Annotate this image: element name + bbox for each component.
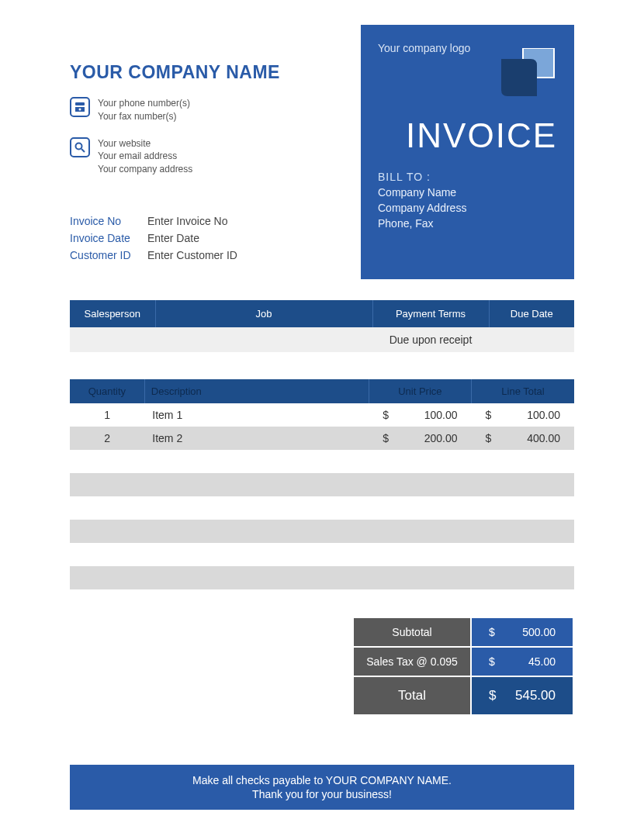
subtotal-label: Subtotal [354, 618, 470, 646]
totals-block: Subtotal $500.00 Sales Tax @ 0.095 $45.0… [352, 617, 574, 716]
svg-point-2 [76, 143, 82, 149]
invoice-date-label: Invoice Date [70, 232, 147, 244]
svg-line-3 [81, 149, 85, 152]
item-row-empty [70, 543, 574, 566]
item-row-empty [70, 566, 574, 589]
subtotal-value: $500.00 [472, 618, 573, 646]
order-table: Salesperson Job Payment Terms Due Date D… [70, 300, 574, 352]
order-due [489, 327, 574, 352]
items-header-price: Unit Price [369, 379, 471, 403]
item-total: $100.00 [472, 403, 574, 427]
footer: Make all checks payable to YOUR COMPANY … [70, 765, 574, 810]
invoice-title: INVOICE [378, 116, 557, 155]
item-price: $200.00 [369, 427, 471, 450]
logo-box: Your company logo INVOICE BILL TO : Comp… [361, 25, 574, 279]
order-header-salesperson: Salesperson [70, 300, 155, 327]
footer-line2: Thank you for your business! [78, 788, 566, 800]
invoice-page: Your company logo INVOICE BILL TO : Comp… [0, 0, 644, 833]
item-desc: Item 1 [144, 403, 369, 427]
items-header-qty: Quantity [70, 379, 144, 403]
item-row-empty [70, 520, 574, 543]
item-row-empty [70, 496, 574, 520]
bill-to-label: BILL TO : [378, 171, 557, 183]
item-desc: Item 2 [144, 427, 369, 450]
invoice-date-value: Enter Date [147, 232, 199, 244]
order-header-terms: Payment Terms [372, 300, 489, 327]
tax-value: $45.00 [472, 648, 573, 676]
order-header-due: Due Date [489, 300, 574, 327]
item-total: $400.00 [472, 427, 574, 450]
company-logo-icon [495, 48, 557, 102]
items-header-desc: Description [144, 379, 369, 403]
bill-to-company: Company Name [378, 186, 557, 199]
total-value: $545.00 [472, 677, 573, 714]
item-row: 2Item 2$200.00$400.00 [70, 427, 574, 450]
item-row-empty [70, 450, 574, 473]
item-qty: 1 [70, 403, 144, 427]
tax-label: Sales Tax @ 0.095 [354, 648, 470, 676]
item-row: 1Item 1$100.00$100.00 [70, 403, 574, 427]
items-header-total: Line Total [472, 379, 574, 403]
svg-point-1 [79, 109, 81, 111]
footer-line1: Make all checks payable to YOUR COMPANY … [78, 774, 566, 786]
item-qty: 2 [70, 427, 144, 450]
order-job [155, 327, 372, 352]
order-salesperson [70, 327, 155, 352]
items-table: Quantity Description Unit Price Line Tot… [70, 379, 574, 589]
invoice-no-label: Invoice No [70, 215, 147, 227]
address-label: Your company address [98, 163, 192, 176]
bill-to-phone: Phone, Fax [378, 217, 557, 230]
search-icon [70, 137, 90, 157]
order-terms: Due upon receipt [372, 327, 489, 352]
order-header-job: Job [155, 300, 372, 327]
fax-label: Your fax number(s) [98, 110, 190, 123]
email-label: Your email address [98, 150, 192, 163]
phone-icon [70, 97, 90, 117]
order-row: Due upon receipt [70, 327, 574, 352]
total-label: Total [354, 677, 470, 714]
bill-to-address: Company Address [378, 202, 557, 214]
website-label: Your website [98, 137, 192, 150]
customer-id-value: Enter Customer ID [147, 249, 237, 261]
invoice-no-value: Enter Invoice No [147, 215, 228, 227]
phone-label: Your phone number(s) [98, 97, 190, 110]
customer-id-label: Customer ID [70, 249, 147, 261]
item-row-empty [70, 473, 574, 496]
item-price: $100.00 [369, 403, 471, 427]
